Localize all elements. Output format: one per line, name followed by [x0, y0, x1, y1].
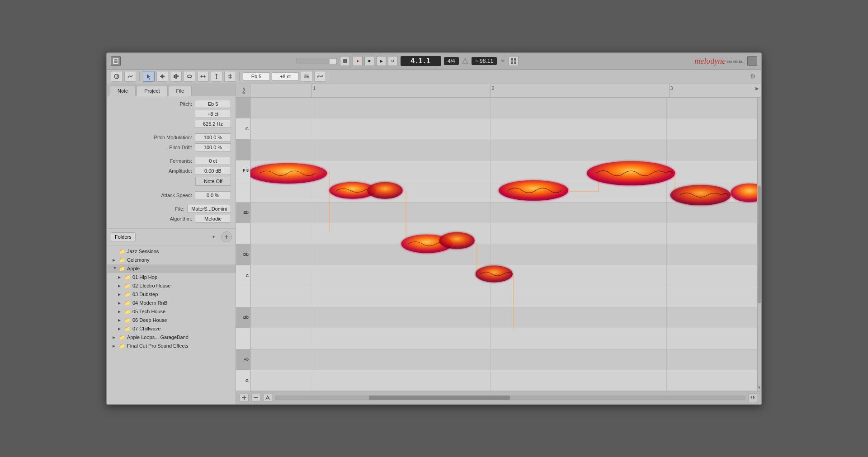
- item-label: 06 Deep House: [132, 317, 167, 323]
- svg-point-33: [317, 76, 319, 78]
- note-blob-8[interactable]: [587, 161, 675, 185]
- playhead-slider[interactable]: [297, 58, 337, 64]
- note-blob-5[interactable]: [439, 232, 475, 249]
- attack-value[interactable]: 0.0 %: [195, 191, 231, 199]
- fit-to-window-btn[interactable]: [748, 393, 757, 402]
- note-blob-7[interactable]: [499, 180, 568, 200]
- tool-pitch-curve-button[interactable]: [124, 71, 136, 82]
- svg-marker-13: [161, 74, 164, 76]
- browser-item-modern-rnb[interactable]: ▶ 📁 04 Modern RnB: [107, 299, 236, 307]
- toolbar-separator-2: [239, 72, 240, 81]
- tool-formant-button[interactable]: [184, 71, 195, 82]
- window-icon[interactable]: [111, 56, 121, 66]
- browser-item-electro-house[interactable]: ▶ 📁 02 Electro House: [107, 282, 236, 290]
- transport-buttons: ● ■ ▶ ↺: [353, 56, 398, 66]
- notes-canvas: [250, 98, 761, 339]
- browser-item-hip-hop[interactable]: ▶ 📁 01 Hip Hop: [107, 273, 236, 282]
- algorithm-label: Algorithm:: [147, 216, 192, 221]
- folder-icon: 📁: [124, 283, 131, 289]
- tool-select-button[interactable]: [143, 71, 155, 82]
- browser-dropdown[interactable]: Folders: [111, 232, 136, 241]
- item-label: Apple: [127, 266, 140, 271]
- pitch-value[interactable]: Eb 5: [195, 100, 231, 108]
- note-blob-3[interactable]: [368, 182, 403, 198]
- tool-separation-button[interactable]: [224, 71, 236, 82]
- browser-item-tech-house[interactable]: ▶ 📁 05 Tech House: [107, 307, 236, 316]
- browser-item-chillwave[interactable]: ▶ 📁 07 Chillwave: [107, 325, 236, 333]
- snap-btn[interactable]: [263, 394, 272, 402]
- scrollbar-arrow-down[interactable]: ▼: [758, 386, 761, 390]
- svg-rect-17: [177, 75, 179, 77]
- browser-action-button[interactable]: [221, 231, 232, 242]
- stop-button[interactable]: ■: [364, 56, 374, 66]
- file-label: File:: [139, 206, 184, 212]
- note-cents-display: +8 ct: [272, 72, 299, 80]
- browser-item-jazz[interactable]: 📁 Jazz Sessions: [107, 247, 236, 256]
- transport-square[interactable]: [340, 56, 350, 66]
- svg-rect-15: [174, 75, 175, 78]
- tool-quantize-button[interactable]: [301, 71, 312, 82]
- formants-label: Formants:: [147, 158, 192, 164]
- item-label: 05 Tech House: [132, 309, 165, 314]
- pitch-mod-value[interactable]: 100.0 %: [195, 133, 231, 141]
- freq-value[interactable]: 625.2 Hz: [195, 120, 231, 128]
- freq-row: 625.2 Hz: [112, 120, 231, 128]
- cents-value[interactable]: +8 ct: [195, 110, 231, 118]
- note-pitch-display: Eb 5: [243, 72, 270, 80]
- arrow-icon: ▶: [118, 318, 123, 322]
- tool-amplitude-button[interactable]: [170, 71, 182, 82]
- piano-key-ab6: [236, 98, 250, 118]
- arrow-icon: ▶: [118, 284, 123, 288]
- position-display: 4.1.1: [401, 56, 441, 66]
- piano-key-d5: [236, 223, 250, 244]
- pitch-drift-value[interactable]: 100.0 %: [195, 143, 231, 151]
- browser-item-final-cut[interactable]: ▶ 📁 Final Cut Pro Sound Effects: [107, 342, 236, 350]
- loop-button[interactable]: ↺: [388, 56, 398, 66]
- cents-row: +8 ct: [112, 110, 231, 118]
- tool-pitch-button[interactable]: [156, 71, 168, 82]
- pitch-drift-label: Pitch Drift:: [147, 145, 192, 150]
- browser-item-dubstep[interactable]: ▶ 📁 03 Dubstep: [107, 290, 236, 299]
- toolbar-separator-1: [139, 72, 140, 81]
- arrow-icon: ▶: [118, 275, 123, 279]
- tool-stretch-button[interactable]: [211, 71, 222, 82]
- tool-pitch-drift-button[interactable]: [314, 71, 326, 82]
- horizontal-scrollbar[interactable]: [275, 396, 745, 400]
- play-button[interactable]: ▶: [376, 56, 386, 66]
- arrow-icon: ▶: [118, 327, 123, 331]
- grid-area[interactable]: ▼: [250, 98, 761, 391]
- pitch-drift-row: Pitch Drift: 100.0 %: [112, 143, 231, 151]
- transport-center: ● ■ ▶ ↺ 4.1.1 4/4 ~ 98.11: [124, 56, 691, 66]
- tab-file[interactable]: File: [169, 86, 192, 96]
- amplitude-value[interactable]: 0.00 dB: [195, 167, 231, 175]
- scrollbar-thumb-h[interactable]: [369, 396, 510, 400]
- tab-note[interactable]: Note: [110, 86, 136, 96]
- tempo-display: ~ 98.11: [472, 57, 497, 65]
- zoom-out-btn[interactable]: [251, 394, 260, 402]
- browser-item-apple[interactable]: ▶ 📁 Apple: [107, 264, 236, 273]
- note-blob-1[interactable]: [250, 163, 327, 183]
- note-blob-6[interactable]: [476, 265, 513, 282]
- tool-loop-button[interactable]: [111, 71, 123, 82]
- note-blob-10[interactable]: [731, 183, 761, 202]
- piano-grid-container: G F 5 Eb Db C Bb Ab G: [236, 98, 761, 391]
- tool-time-button[interactable]: [197, 71, 209, 82]
- note-off-button[interactable]: Note Off: [195, 177, 231, 186]
- browser-item-deep-house[interactable]: ▶ 📁 06 Deep House: [107, 316, 236, 325]
- formants-value[interactable]: 0 ct: [195, 157, 231, 165]
- grid-snap-button[interactable]: [509, 56, 519, 66]
- record-button[interactable]: ●: [353, 56, 363, 66]
- item-label: Jazz Sessions: [127, 249, 159, 254]
- scrollbar-thumb-v[interactable]: [758, 186, 761, 303]
- browser-item-celemony[interactable]: ▶ 📁 Celemony: [107, 256, 236, 264]
- folder-icon: 📁: [119, 335, 125, 340]
- zoom-in-btn[interactable]: [240, 394, 249, 402]
- tab-project[interactable]: Project: [137, 86, 167, 96]
- settings-gear[interactable]: ⚙: [748, 72, 757, 81]
- note-properties: Pitch: Eb 5 +8 ct 625.2 Hz Pitch Modulat…: [107, 96, 236, 229]
- item-label: 03 Dubstep: [132, 292, 158, 297]
- vertical-scrollbar[interactable]: ▼: [757, 98, 761, 391]
- timeline[interactable]: 1 2 3 ▶: [250, 84, 761, 97]
- browser-item-apple-loops[interactable]: ▶ 📁 Apple Loops... GarageBand: [107, 333, 236, 342]
- window-collapse-icon[interactable]: [747, 56, 757, 66]
